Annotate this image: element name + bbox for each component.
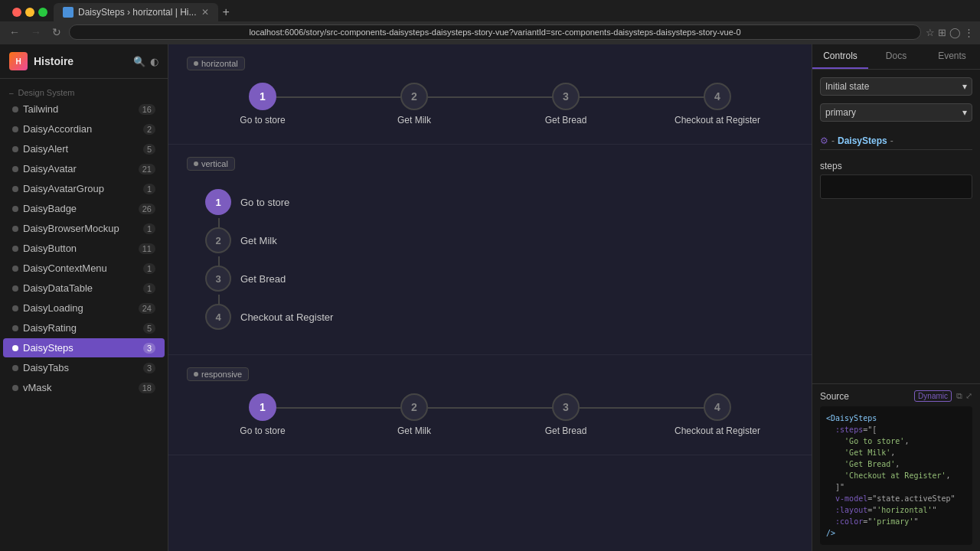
right-panel-content: Initial state ▾ primary ▾ ⚙ - DaisySteps… xyxy=(812,70,980,383)
item-dot xyxy=(12,365,18,371)
sidebar-item-daisyloading[interactable]: DaisyLoading 24 xyxy=(3,298,165,318)
sidebar-item-daisysteps[interactable]: DaisySteps 3 xyxy=(3,338,165,357)
steps-input[interactable] xyxy=(820,174,972,199)
sidebar-item-label: DaisyTabs xyxy=(23,362,139,373)
step-item-1: 1 Go to store xyxy=(187,83,338,126)
forward-button[interactable]: → xyxy=(28,24,44,40)
tab-events[interactable]: Events xyxy=(924,44,980,69)
source-header: Source Dynamic ⧉ ⤢ xyxy=(820,390,972,402)
step-circle-r4: 4 xyxy=(704,393,731,421)
expand-icon[interactable]: ⤢ xyxy=(965,391,972,401)
step-circle-v1: 1 xyxy=(205,189,231,215)
story-label-responsive: responsive xyxy=(187,367,793,381)
new-tab-button[interactable]: + xyxy=(218,4,234,21)
sidebar-item-daisybutton[interactable]: DaisyButton 11 xyxy=(3,239,165,258)
sidebar-item-tailwind[interactable]: Tailwind 16 xyxy=(3,99,165,119)
right-panel: Controls Docs Events Initial state ▾ pri… xyxy=(812,44,980,551)
sidebar-item-count: 2 xyxy=(143,124,155,135)
primary-select[interactable]: primary ▾ xyxy=(820,103,972,122)
browser-chrome: DaisySteps › horizontal | Hi... ✕ + ← → … xyxy=(0,0,980,44)
traffic-lights xyxy=(6,5,54,20)
step-item-r2: 2 Get Milk xyxy=(338,393,490,436)
sidebar-item-daisyrating[interactable]: DaisyRating 5 xyxy=(3,318,165,337)
sidebar-item-count: 3 xyxy=(143,363,155,373)
close-traffic-light[interactable] xyxy=(12,8,21,17)
sidebar-item-vmask[interactable]: vMask 18 xyxy=(3,378,165,397)
component-name: DaisySteps xyxy=(838,135,887,146)
profile-icon[interactable]: ◯ xyxy=(949,27,961,38)
sidebar-item-label: DaisyDataTable xyxy=(23,282,139,294)
step-circle-4: 4 xyxy=(704,83,731,110)
item-dot xyxy=(12,226,18,232)
sidebar-item-label: DaisyAvatar xyxy=(23,163,134,174)
sidebar-item-daisyalert[interactable]: DaisyAlert 5 xyxy=(3,139,165,158)
initial-state-label: Initial state xyxy=(825,81,869,92)
maximize-traffic-light[interactable] xyxy=(38,8,47,17)
sidebar-item-count: 3 xyxy=(143,343,155,354)
component-dash-icon: - xyxy=(890,135,893,146)
app-layout: H Histoire 🔍 ◐ – Design System Tailwind … xyxy=(0,44,980,551)
copy-icon[interactable]: ⧉ xyxy=(956,391,962,401)
step-circle-3: 3 xyxy=(552,83,580,110)
item-dot xyxy=(12,146,18,152)
sidebar-item-label: DaisySteps xyxy=(23,342,139,354)
browser-tab-active[interactable]: DaisySteps › horizontal | Hi... ✕ xyxy=(54,3,218,21)
story-name-horizontal: horizontal xyxy=(201,59,238,68)
tab-controls[interactable]: Controls xyxy=(812,44,868,69)
sidebar-item-label: DaisyBadge xyxy=(23,203,134,214)
sidebar-item-label: DaisyContextMenu xyxy=(23,262,139,274)
tab-docs[interactable]: Docs xyxy=(868,44,924,69)
bookmark-icon[interactable]: ☆ xyxy=(926,27,935,38)
tab-close-button[interactable]: ✕ xyxy=(201,7,209,18)
sidebar-item-label: DaisyAlert xyxy=(23,143,139,155)
sidebar-item-daisyavatargroup[interactable]: DaisyAvatarGroup 1 xyxy=(3,179,165,198)
badge-dot xyxy=(194,161,198,166)
step-item-r3: 3 Get Bread xyxy=(490,393,642,436)
sidebar-item-daisyaccordian[interactable]: DaisyAccordian 2 xyxy=(3,119,165,139)
sidebar-item-count: 21 xyxy=(139,164,155,174)
step-item-r4: 4 Checkout at Register xyxy=(642,393,793,436)
story-section-vertical: vertical 1 Go to store 2 Get Milk 3 Get … xyxy=(168,145,812,355)
sidebar-item-daisytabs[interactable]: DaisyTabs 3 xyxy=(3,358,165,377)
step-circle-1: 1 xyxy=(249,83,276,110)
sidebar-item-count: 1 xyxy=(143,184,155,194)
theme-icon[interactable]: ◐ xyxy=(150,56,158,67)
component-header: ⚙ - DaisySteps - xyxy=(820,129,972,150)
step-label-v3: Get Bread xyxy=(240,273,286,285)
item-dot xyxy=(12,345,18,351)
right-panel-tabs: Controls Docs Events xyxy=(812,44,980,70)
story-badge-vertical: vertical xyxy=(187,157,235,171)
steps-horizontal: 1 Go to store 2 Get Milk 3 Get Bread 4 C… xyxy=(187,83,793,126)
search-icon[interactable]: 🔍 xyxy=(133,56,145,67)
step-circle-2: 2 xyxy=(400,83,428,110)
step-circle-v3: 3 xyxy=(205,266,231,292)
steps-vertical: 1 Go to store 2 Get Milk 3 Get Bread 4 C… xyxy=(205,183,793,336)
extensions-icon[interactable]: ⊞ xyxy=(938,27,946,38)
initial-state-control: Initial state ▾ xyxy=(820,77,972,96)
menu-icon[interactable]: ⋮ xyxy=(964,27,974,38)
minimize-traffic-light[interactable] xyxy=(25,8,34,17)
sidebar-item-daisycontextmenu[interactable]: DaisyContextMenu 1 xyxy=(3,259,165,278)
sidebar-item-daisybadge[interactable]: DaisyBadge 26 xyxy=(3,199,165,218)
sidebar-item-daisyavatar[interactable]: DaisyAvatar 21 xyxy=(3,159,165,178)
item-dot xyxy=(12,385,18,391)
reload-button[interactable]: ↻ xyxy=(49,24,64,40)
primary-label: primary xyxy=(825,107,856,118)
back-button[interactable]: ← xyxy=(6,24,23,40)
step-item-4: 4 Checkout at Register xyxy=(642,83,793,126)
sidebar-item-count: 5 xyxy=(143,144,155,155)
browser-toolbar: ← → ↻ localhost:6006/story/src-component… xyxy=(0,21,980,44)
step-item-v3: 3 Get Bread xyxy=(205,259,793,298)
sidebar-item-daisydatatable[interactable]: DaisyDataTable 1 xyxy=(3,279,165,298)
item-dot xyxy=(12,106,18,112)
sidebar-item-daisybrowsermockup[interactable]: DaisyBrowserMockup 1 xyxy=(3,219,165,238)
item-dot xyxy=(12,266,18,272)
step-label-2: Get Milk xyxy=(397,115,431,126)
address-bar[interactable]: localhost:6006/story/src-components-dais… xyxy=(69,24,921,40)
initial-state-select[interactable]: Initial state ▾ xyxy=(820,77,972,96)
tab-favicon xyxy=(63,7,74,18)
step-circle-v2: 2 xyxy=(205,227,231,253)
chevron-down-icon: ▾ xyxy=(962,107,967,118)
content-area: horizontal 1 Go to store 2 Get Milk 3 Ge… xyxy=(168,44,812,551)
sidebar-header-icons: 🔍 ◐ xyxy=(133,56,158,67)
